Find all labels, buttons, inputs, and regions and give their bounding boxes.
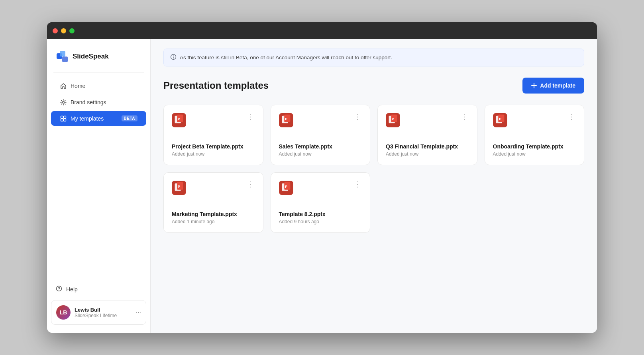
page-header: Presentation templates Add template (163, 78, 584, 94)
user-card[interactable]: LB Lewis Bull SlideSpeak Lifetime ··· (51, 300, 146, 325)
template-name: Marketing Template.pptx (172, 211, 255, 217)
add-template-label: Add template (540, 82, 575, 89)
pptx-icon: P (172, 113, 186, 127)
template-time: Added 1 minute ago (172, 219, 255, 224)
template-time: Added just now (172, 151, 255, 157)
template-card[interactable]: P ⋮ Q3 Financial Template.pptx Added jus… (377, 105, 477, 165)
user-more-button[interactable]: ··· (136, 309, 141, 316)
titlebar (47, 22, 597, 39)
template-time: Added just now (386, 151, 469, 157)
template-time: Added just now (493, 151, 576, 157)
template-card[interactable]: P ⋮ Template 8.2.pptx Added 9 hours ago (271, 172, 371, 233)
help-icon (56, 285, 62, 293)
fullscreen-button[interactable] (69, 28, 75, 33)
template-card[interactable]: P ⋮ Sales Template.pptx Added just now (271, 105, 371, 165)
close-button[interactable] (53, 28, 58, 33)
sidebar-item-home-label: Home (71, 83, 137, 89)
logo-icon (56, 50, 69, 63)
sidebar: SlideSpeak Home (47, 39, 151, 333)
sidebar-item-home[interactable]: Home (51, 78, 146, 93)
template-name: Q3 Financial Template.pptx (386, 143, 469, 150)
beta-badge: BETA (122, 115, 137, 121)
card-top: P ⋮ (172, 181, 255, 195)
card-top: P ⋮ (279, 181, 362, 195)
settings-icon (60, 99, 67, 105)
pptx-icon: P (279, 113, 293, 127)
sidebar-item-brand-label: Brand settings (71, 99, 137, 105)
svg-text:P: P (392, 117, 394, 121)
nav-divider (53, 72, 144, 73)
sidebar-item-brand-settings[interactable]: Brand settings (51, 95, 146, 109)
page-title: Presentation templates (163, 80, 269, 91)
avatar: LB (56, 305, 71, 320)
template-card[interactable]: P ⋮ Onboarding Template.pptx Added just … (485, 105, 585, 165)
add-template-button[interactable]: Add template (522, 78, 584, 94)
more-options-button[interactable]: ⋮ (246, 113, 255, 120)
more-options-button[interactable]: ⋮ (246, 181, 255, 188)
user-plan: SlideSpeak Lifetime (75, 313, 132, 318)
beta-banner-text: As this feature is still in Beta, one of… (180, 55, 392, 60)
svg-rect-2 (62, 57, 68, 62)
svg-point-12 (173, 55, 174, 56)
home-icon (60, 82, 67, 89)
more-options-button[interactable]: ⋮ (460, 113, 469, 120)
templates-icon (60, 115, 67, 122)
svg-rect-1 (60, 51, 65, 57)
template-time: Added just now (279, 151, 362, 157)
svg-rect-11 (173, 57, 173, 59)
pptx-icon: P (386, 113, 400, 127)
template-time: Added 9 hours ago (279, 219, 362, 224)
pptx-icon: P (172, 181, 186, 195)
pptx-icon: P (279, 181, 293, 195)
sidebar-item-my-templates[interactable]: My templates BETA (51, 111, 146, 126)
sidebar-item-help[interactable]: Help (51, 281, 146, 297)
user-info: Lewis Bull SlideSpeak Lifetime (75, 307, 132, 318)
svg-text:P: P (285, 185, 287, 189)
card-top: P ⋮ (172, 113, 255, 127)
svg-rect-4 (61, 116, 63, 118)
more-options-button[interactable]: ⋮ (567, 113, 576, 120)
pptx-icon: P (493, 113, 507, 127)
more-options-button[interactable]: ⋮ (353, 181, 362, 188)
template-card[interactable]: P ⋮ Project Beta Template.pptx Added jus… (163, 105, 263, 165)
template-name: Project Beta Template.pptx (172, 143, 255, 150)
logo-text: SlideSpeak (73, 53, 109, 60)
app-window: SlideSpeak Home (47, 22, 597, 333)
template-card[interactable]: P ⋮ Marketing Template.pptx Added 1 minu… (163, 172, 263, 233)
user-name: Lewis Bull (75, 307, 132, 313)
app-body: SlideSpeak Home (47, 39, 597, 333)
svg-text:P: P (285, 117, 287, 121)
more-options-button[interactable]: ⋮ (353, 113, 362, 120)
sidebar-item-templates-label: My templates (71, 115, 118, 122)
templates-grid: P ⋮ Project Beta Template.pptx Added jus… (163, 105, 584, 233)
plus-icon (531, 83, 537, 88)
minimize-button[interactable] (61, 28, 66, 33)
beta-banner: As this feature is still in Beta, one of… (163, 49, 584, 66)
info-icon (170, 54, 177, 61)
card-top: P ⋮ (279, 113, 362, 127)
svg-point-3 (62, 101, 64, 103)
svg-rect-6 (61, 119, 63, 121)
template-name: Onboarding Template.pptx (493, 143, 576, 150)
card-top: P ⋮ (493, 113, 576, 127)
svg-point-9 (59, 290, 59, 290)
svg-text:P: P (178, 117, 180, 121)
card-top: P ⋮ (386, 113, 469, 127)
svg-text:P: P (178, 185, 180, 189)
help-label: Help (66, 286, 78, 293)
main-content: As this feature is still in Beta, one of… (151, 39, 597, 333)
template-name: Template 8.2.pptx (279, 211, 362, 217)
svg-rect-7 (63, 119, 66, 121)
template-name: Sales Template.pptx (279, 143, 362, 150)
svg-text:P: P (499, 117, 501, 121)
sidebar-bottom: Help LB Lewis Bull SlideSpeak Lifetime ·… (47, 281, 150, 325)
traffic-lights (53, 28, 75, 33)
logo-area: SlideSpeak (47, 47, 150, 72)
svg-rect-5 (63, 116, 66, 118)
